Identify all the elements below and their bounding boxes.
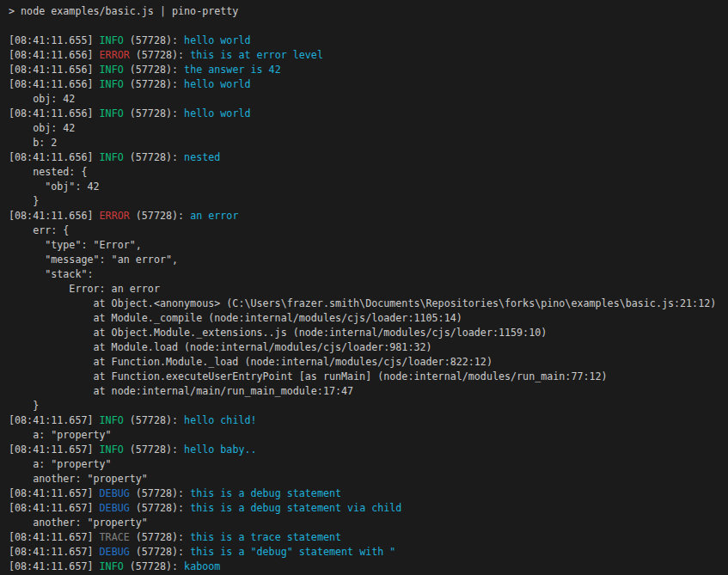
log-line: nested: {: [9, 165, 728, 180]
log-segment-msg: an error: [190, 210, 238, 222]
log-line: [08:41:11.657] INFO (57728): hello baby.…: [9, 443, 728, 457]
log-segment-plain: at Function.executeUserEntryPoint [as ru…: [9, 370, 608, 382]
log-segment-plain: at node:internal/main/run_main_module:17…: [9, 385, 353, 397]
log-segment-plain: [08:41:11.657]: [9, 560, 100, 572]
log-segment-msg: this is at error level: [190, 49, 323, 61]
log-segment-msg: hello world: [184, 34, 250, 46]
log-segment-plain: at Module.load (node:internal/modules/cj…: [9, 341, 432, 353]
log-segment-plain: (57728):: [124, 443, 184, 456]
log-segment-plain: at Function.Module._load (node:internal/…: [9, 356, 492, 368]
log-line: "message": "an error",: [9, 253, 728, 267]
log-segment-info: INFO: [100, 78, 124, 90]
log-segment-plain: [08:41:11.657]: [9, 502, 100, 514]
log-segment-plain: nested: {: [9, 166, 87, 178]
log-segment-msg: hello baby..: [184, 443, 256, 456]
log-segment-plain: [08:41:11.656]: [9, 151, 100, 163]
log-segment-plain: "obj": 42: [9, 180, 100, 193]
log-segment-info: INFO: [100, 107, 124, 119]
log-segment-plain: (57728):: [124, 560, 184, 572]
log-segment-plain: (57728):: [124, 64, 184, 76]
log-line: "stack":: [9, 267, 728, 282]
log-line: "obj": 42: [9, 180, 728, 194]
log-line: Error: an error: [9, 282, 728, 297]
log-segment-debug: DEBUG: [100, 487, 130, 499]
log-line: at node:internal/main/run_main_module:17…: [9, 384, 728, 399]
log-line: }: [9, 194, 728, 209]
log-segment-msg: this is a "debug" statement with ": [190, 546, 395, 558]
log-line: }: [9, 399, 728, 413]
log-segment-plain: [08:41:11.656]: [9, 78, 100, 90]
log-line: [08:41:11.657] DEBUG (57728): this is a …: [9, 545, 728, 560]
log-segment-plain: at Module._compile (node:internal/module…: [9, 312, 462, 324]
log-line: "type": "Error",: [9, 238, 728, 253]
log-segment-plain: }: [9, 195, 39, 207]
log-line: [08:41:11.657] INFO (57728): hello child…: [9, 413, 728, 428]
log-segment-plain: "message": "an error",: [9, 254, 178, 266]
log-segment-plain: [08:41:11.656]: [9, 49, 100, 61]
log-segment-plain: }: [9, 400, 39, 412]
log-line: [08:41:11.655] INFO (57728): hello world: [9, 34, 728, 48]
log-segment-plain: [08:41:11.657]: [9, 531, 100, 543]
log-line: [08:41:11.656] INFO (57728): hello world: [9, 77, 728, 92]
log-segment-plain: (57728):: [124, 151, 184, 163]
log-line: [08:41:11.657] DEBUG (57728): this is a …: [9, 501, 728, 516]
log-segment-plain: (57728):: [130, 546, 190, 558]
log-segment-plain: [08:41:11.656]: [9, 107, 100, 119]
log-segment-info: INFO: [100, 414, 124, 426]
log-line: obj: 42: [9, 121, 728, 136]
log-segment-info: INFO: [100, 443, 124, 456]
log-line: at Module._compile (node:internal/module…: [9, 311, 728, 326]
log-segment-plain: "type": "Error",: [9, 239, 142, 251]
log-segment-plain: (57728):: [124, 34, 184, 46]
log-segment-trace: TRACE: [100, 531, 130, 543]
log-line: [08:41:11.657] INFO (57728): kaboom: [9, 560, 728, 574]
log-segment-msg: hello child!: [184, 414, 256, 426]
log-segment-debug: DEBUG: [100, 502, 130, 514]
blank-line: [9, 19, 728, 34]
log-line: at Object.<anonymous> (C:\Users\frazer.s…: [9, 297, 728, 311]
log-output: [08:41:11.655] INFO (57728): hello world…: [9, 34, 728, 574]
log-segment-plain: [08:41:11.656]: [9, 210, 100, 222]
log-segment-plain: b: 2: [9, 137, 57, 149]
log-line: b: 2: [9, 136, 728, 150]
log-segment-plain: (57728):: [130, 487, 190, 499]
log-segment-plain: (57728):: [124, 107, 184, 119]
log-segment-info: INFO: [100, 64, 124, 76]
log-segment-plain: "stack":: [9, 268, 94, 280]
log-line: [08:41:11.657] DEBUG (57728): this is a …: [9, 486, 728, 501]
log-segment-plain: (57728):: [130, 210, 190, 222]
log-segment-plain: [08:41:11.657]: [9, 487, 100, 499]
log-segment-plain: (57728):: [124, 78, 184, 90]
command-line: > node examples/basic.js | pino-pretty: [9, 4, 728, 19]
log-segment-plain: Error: an error: [9, 283, 160, 295]
log-segment-plain: another: "property": [9, 473, 148, 485]
log-segment-info: INFO: [100, 151, 124, 163]
log-line: [08:41:11.656] INFO (57728): the answer …: [9, 63, 728, 77]
log-segment-msg: hello world: [184, 78, 250, 90]
log-line: at Function.executeUserEntryPoint [as ru…: [9, 370, 728, 384]
log-segment-plain: [08:41:11.657]: [9, 414, 100, 426]
log-line: [08:41:11.657] TRACE (57728): this is a …: [9, 530, 728, 545]
log-segment-debug: DEBUG: [100, 546, 130, 558]
log-segment-msg: this is a debug statement: [190, 487, 341, 499]
log-line: [08:41:11.656] ERROR (57728): an error: [9, 209, 728, 223]
log-segment-msg: kaboom: [184, 560, 220, 572]
log-line: at Module.load (node:internal/modules/cj…: [9, 340, 728, 355]
log-line: [08:41:11.656] ERROR (57728): this is at…: [9, 48, 728, 63]
log-segment-error: ERROR: [100, 210, 130, 222]
log-segment-msg: this is a debug statement via child: [190, 502, 401, 514]
log-segment-plain: obj: 42: [9, 93, 75, 105]
log-segment-plain: at Object.<anonymous> (C:\Users\frazer.s…: [9, 297, 716, 309]
log-segment-info: INFO: [100, 34, 124, 46]
log-segment-msg: this is a trace statement: [190, 531, 341, 543]
log-line: a: "property": [9, 457, 728, 472]
log-segment-plain: err: {: [9, 224, 69, 236]
log-line: another: "property": [9, 472, 728, 486]
terminal[interactable]: > node examples/basic.js | pino-pretty […: [0, 0, 728, 575]
log-segment-plain: [08:41:11.657]: [9, 546, 100, 558]
log-segment-plain: (57728):: [130, 531, 190, 543]
log-segment-plain: a: "property": [9, 458, 112, 470]
log-segment-msg: hello world: [184, 107, 250, 119]
log-segment-plain: another: "property": [9, 517, 148, 529]
log-segment-plain: (57728):: [124, 414, 184, 426]
